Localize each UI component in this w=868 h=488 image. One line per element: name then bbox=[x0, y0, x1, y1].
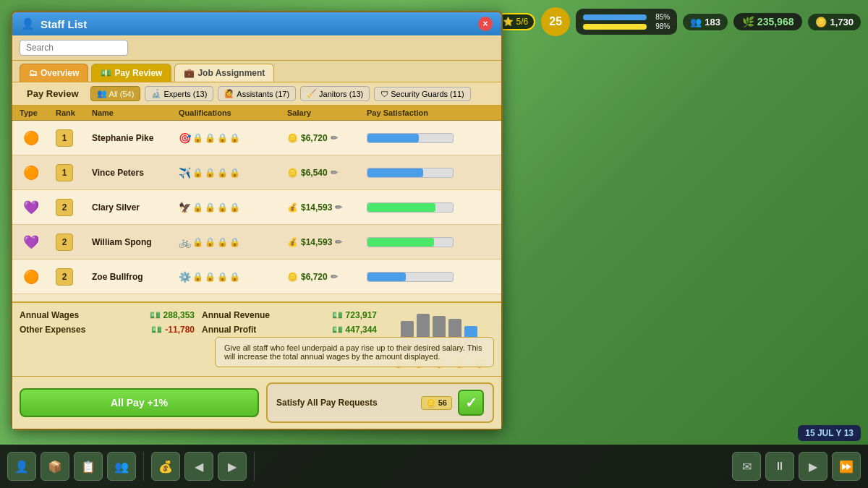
toolbar-btn-next[interactable]: ▶ bbox=[218, 452, 247, 481]
other-expenses-value: 💵 -11,780 bbox=[151, 325, 195, 335]
satisfaction-bar-container bbox=[367, 202, 494, 213]
filter-security[interactable]: 🛡 Security Guards (11) bbox=[374, 87, 470, 101]
edit-icon[interactable]: ✏ bbox=[331, 168, 338, 178]
filter-experts[interactable]: 🔬 Experts (13) bbox=[145, 86, 213, 101]
salary-amount: $6,720 bbox=[301, 133, 328, 143]
tab-overview[interactable]: 🗂 Overview bbox=[20, 64, 88, 82]
lock-icon: 🔒 bbox=[217, 237, 228, 247]
staff-name: Vince Peters bbox=[92, 168, 179, 178]
hud-money: 🌿 235,968 bbox=[733, 13, 803, 30]
toolbar-btn-team[interactable]: 👥 bbox=[107, 452, 136, 481]
lock-icon: 🔒 bbox=[217, 272, 228, 282]
annual-wages-row: Annual Wages 💵 288,353 bbox=[20, 310, 195, 320]
toolbar-btn-mail[interactable]: ✉ bbox=[732, 452, 761, 481]
satisfaction-bar-container bbox=[367, 272, 494, 282]
filter-janitors[interactable]: 🧹 Janitors (13) bbox=[300, 86, 370, 101]
lock-icon: 🔒 bbox=[217, 168, 228, 178]
qual-icon: 🦅 bbox=[179, 202, 191, 213]
qualifications: ⚙️ 🔒 🔒 🔒 🔒 bbox=[179, 271, 287, 283]
rank-badge: 2 bbox=[56, 268, 73, 286]
edit-icon[interactable]: ✏ bbox=[335, 202, 342, 213]
close-button[interactable]: × bbox=[478, 17, 493, 31]
all-icon: 👥 bbox=[97, 89, 107, 98]
staff-name: Stephanie Pike bbox=[92, 133, 179, 143]
pay-icon: 💵 bbox=[101, 68, 111, 78]
salary-cell: 💰 $14,593 ✏ bbox=[287, 202, 367, 213]
action-row: All Pay +1% Satisfy All Pay Requests 🪙 5… bbox=[12, 376, 501, 429]
date-badge: 15 JUL Y 13 bbox=[798, 425, 861, 441]
staff-icon: 👤 bbox=[21, 17, 35, 30]
edit-icon[interactable]: ✏ bbox=[335, 237, 342, 247]
staff-name: Clary Silver bbox=[92, 202, 179, 213]
coin-icon-small: 🪙 bbox=[426, 398, 436, 408]
hud-faces: 👥 183 bbox=[683, 14, 728, 30]
salary-amount: $14,593 bbox=[301, 237, 332, 247]
table-row: 💜 2 William Spong 🚲 🔒 🔒 🔒 🔒 💰 $14,593 ✏ bbox=[12, 225, 501, 260]
cost-badge: 🪙 56 bbox=[421, 396, 452, 410]
toolbar-btn-pause[interactable]: ⏸ bbox=[765, 452, 794, 481]
toolbar-btn-play[interactable]: ▶ bbox=[799, 452, 827, 481]
lock-icon: 🔒 bbox=[229, 237, 240, 247]
staff-type-icon: 🟠 bbox=[20, 161, 43, 184]
other-expenses-row: Other Expenses 💵 -11,780 bbox=[20, 325, 195, 335]
toolbar-separator bbox=[143, 452, 144, 481]
staff-table-body: 🟠 1 Stephanie Pike 🎯 🔒 🔒 🔒 🔒 🪙 $6,720 ✏ bbox=[12, 121, 501, 301]
rank-badge: 1 bbox=[56, 129, 73, 147]
table-header: Type Rank Name Qualifications Salary Pay… bbox=[12, 106, 501, 121]
tab-pay-review[interactable]: 💵 Pay Review bbox=[91, 64, 171, 82]
lock-icon: 🔒 bbox=[192, 202, 203, 213]
toolbar-btn-staff[interactable]: 👤 bbox=[7, 452, 36, 481]
money-icon: 💵 bbox=[332, 325, 343, 335]
lock-icon: 🔒 bbox=[205, 272, 216, 282]
toolbar-btn-ff[interactable]: ⏩ bbox=[832, 452, 861, 481]
all-pay-button[interactable]: All Pay +1% bbox=[20, 388, 259, 417]
salary-amount: $6,540 bbox=[301, 168, 328, 178]
tab-job-assignment[interactable]: 💼 Job Assignment bbox=[174, 64, 274, 82]
tooltip-box: Give all staff who feel underpaid a pay … bbox=[215, 337, 494, 367]
filter-assistants[interactable]: 🙋 Assistants (17) bbox=[218, 86, 296, 101]
lock-icon: 🔒 bbox=[205, 237, 216, 247]
assistant-icon: 🙋 bbox=[224, 89, 234, 98]
coin-icon: 🪙 bbox=[287, 272, 298, 282]
lock-icon: 🔒 bbox=[229, 272, 240, 282]
bottom-toolbar: 👤 📦 📋 👥 💰 ◀ ▶ ✉ ⏸ ▶ ⏩ bbox=[0, 445, 868, 488]
toolbar-btn-prev[interactable]: ◀ bbox=[184, 452, 213, 481]
filter-all[interactable]: 👥 All (54) bbox=[90, 86, 141, 101]
staff-type-icon: 💜 bbox=[20, 196, 43, 219]
satisfaction-bar-container bbox=[367, 168, 494, 178]
staff-name: William Spong bbox=[92, 237, 179, 247]
salary-amount: $6,720 bbox=[301, 272, 328, 282]
edit-icon[interactable]: ✏ bbox=[331, 133, 338, 143]
annual-profit-value: 💵 447,344 bbox=[332, 325, 377, 335]
staff-name: Zoe Bullfrog bbox=[92, 272, 179, 282]
toolbar-btn-objects[interactable]: 📦 bbox=[41, 452, 69, 481]
search-input[interactable] bbox=[20, 40, 128, 56]
qualifications: ✈️ 🔒 🔒 🔒 🔒 bbox=[179, 167, 287, 179]
money-icon: 💵 bbox=[151, 325, 162, 335]
salary-cell: 🪙 $6,720 ✏ bbox=[287, 272, 367, 282]
annual-profit-row: Annual Profit 💵 447,344 bbox=[202, 325, 377, 335]
table-row: 💜 2 Clary Silver 🦅 🔒 🔒 🔒 🔒 💰 $14,593 ✏ bbox=[12, 190, 501, 225]
edit-icon[interactable]: ✏ bbox=[331, 272, 338, 282]
satisfy-label: Satisfy All Pay Requests bbox=[276, 398, 415, 408]
expert-icon: 🔬 bbox=[151, 89, 161, 98]
toolbar-btn-money[interactable]: 💰 bbox=[151, 452, 180, 481]
annual-revenue-row: Annual Revenue 💵 723,917 bbox=[202, 310, 377, 320]
staff-type-icon: 💜 bbox=[20, 231, 43, 254]
hud-bars: 85% 98% bbox=[576, 9, 677, 35]
salary-cell: 🪙 $6,540 ✏ bbox=[287, 168, 367, 178]
staff-type-icon: 🟠 bbox=[20, 265, 43, 288]
lock-icon: 🔒 bbox=[217, 202, 228, 213]
lock-icon: 🔒 bbox=[192, 133, 203, 143]
lock-icon: 🔒 bbox=[229, 133, 240, 143]
money-icon: 💵 bbox=[150, 310, 161, 320]
toolbar-btn-tasks[interactable]: 📋 bbox=[74, 452, 103, 481]
overview-icon: 🗂 bbox=[29, 68, 38, 78]
lock-icon: 🔒 bbox=[229, 202, 240, 213]
satisfy-all-button[interactable]: Satisfy All Pay Requests 🪙 56 ✓ bbox=[266, 382, 494, 423]
qual-icon: ✈️ bbox=[179, 167, 191, 179]
job-icon: 💼 bbox=[184, 68, 195, 78]
coin-icon: 🪙 bbox=[287, 133, 298, 143]
satisfaction-bar-container bbox=[367, 133, 494, 143]
lock-icon: 🔒 bbox=[192, 272, 203, 282]
